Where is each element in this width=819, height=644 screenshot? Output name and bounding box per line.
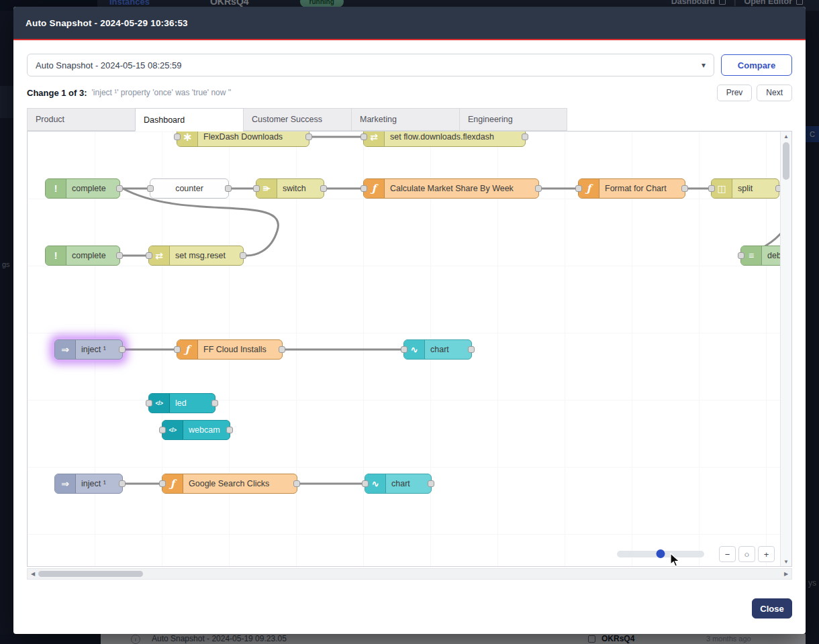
node-label: debug <box>762 246 780 265</box>
node-port-in <box>146 400 152 407</box>
node-port-out <box>468 346 475 353</box>
tab-bar: ProductDashboardCustomer SuccessMarketin… <box>27 108 792 131</box>
flow-node-format[interactable]: ƒFormat for Chart <box>578 178 685 199</box>
zoom-reset-button[interactable]: ○ <box>738 546 755 562</box>
tab-customer-success[interactable]: Customer Success <box>243 108 351 131</box>
modal-title: Auto Snapshot - 2024-05-29 10:36:53 <box>26 18 188 28</box>
node-label: inject ¹ <box>76 340 122 359</box>
zoom-in-button[interactable]: + <box>758 546 775 562</box>
zoom-controls: − ○ + <box>617 546 775 562</box>
flow-node-led[interactable]: </>led <box>148 393 215 413</box>
next-change-button[interactable]: Next <box>757 85 792 101</box>
node-port-in <box>708 185 715 192</box>
node-label: Calculate Market Share By Week <box>385 179 538 198</box>
node-port-out <box>775 185 780 192</box>
node-label: split <box>732 179 779 198</box>
node-port-out <box>320 185 327 192</box>
vertical-scrollbar[interactable]: ▲ ▼ <box>780 131 791 566</box>
flow-node-inject2[interactable]: ⇒inject ¹ <box>54 474 123 494</box>
node-port-in <box>360 133 367 140</box>
node-label: chart <box>425 340 471 359</box>
node-port-in <box>575 185 582 192</box>
tab-engineering[interactable]: Engineering <box>459 108 567 131</box>
flow-node-google[interactable]: ƒGoogle Search Clicks <box>162 474 297 494</box>
node-port-out <box>116 252 123 259</box>
node-label: set msg.reset <box>170 246 243 265</box>
flow-node-calc[interactable]: ƒCalculate Market Share By Week <box>363 178 539 199</box>
flow-canvas[interactable]: − ○ + ∗FlexDash Downloads⇄set flow.downl… <box>28 131 780 566</box>
node-port-out <box>119 346 126 353</box>
flow-node-flexdash[interactable]: ∗FlexDash Downloads <box>177 131 309 147</box>
zoom-slider[interactable] <box>617 551 704 557</box>
horizontal-scrollbar[interactable]: ◀ ▶ <box>27 568 792 580</box>
complete-icon: ! <box>46 179 66 198</box>
node-port-in <box>159 427 166 433</box>
flow-node-ff-cloud[interactable]: ƒFF Cloud Installs <box>177 339 283 360</box>
complete-icon: ! <box>46 246 66 265</box>
flow-node-debug[interactable]: ≡debug <box>740 246 780 266</box>
snapshot-select[interactable]: Auto Snapshot - 2024-05-15 08:25:59 ▾ <box>27 54 714 76</box>
node-port-in <box>738 252 744 259</box>
flow-node-chart1[interactable]: ∿chart <box>403 339 472 360</box>
horizontal-scrollbar-thumb[interactable] <box>38 571 143 577</box>
prev-change-button[interactable]: Prev <box>717 85 753 101</box>
node-port-out <box>293 480 300 487</box>
inject-icon: ⇒ <box>55 474 76 493</box>
node-port-out <box>535 185 542 192</box>
node-label: switch <box>277 179 324 198</box>
node-port-in <box>360 185 367 192</box>
node-label: Format for Chart <box>599 179 685 198</box>
tab-product[interactable]: Product <box>27 108 135 131</box>
node-port-in <box>174 346 181 353</box>
snapshot-select-value: Auto Snapshot - 2024-05-15 08:25:59 <box>36 60 182 70</box>
zoom-slider-thumb[interactable] <box>657 549 665 558</box>
node-port-in <box>253 185 260 192</box>
modal-body: Auto Snapshot - 2024-05-15 08:25:59 ▾ Co… <box>13 40 806 634</box>
node-port-out <box>225 185 232 192</box>
inject-icon: ⇒ <box>55 340 76 359</box>
flow-node-set-flexdash[interactable]: ⇄set flow.downloads.flexdash <box>363 131 526 147</box>
node-label: set flow.downloads.flexdash <box>385 131 525 146</box>
node-port-out <box>428 480 434 487</box>
flow-node-counter[interactable]: counter <box>150 178 229 199</box>
node-port-out <box>116 185 123 192</box>
change-detail-text: 'inject ¹' property 'once' was 'true' no… <box>92 88 232 97</box>
node-port-out <box>305 133 312 140</box>
chevron-down-icon: ▾ <box>702 60 706 70</box>
flow-node-split[interactable]: ◫split <box>711 178 779 199</box>
node-port-in <box>159 480 166 487</box>
snapshot-compare-modal: Auto Snapshot - 2024-05-29 10:36:53 Auto… <box>13 7 806 634</box>
node-port-in <box>362 480 369 487</box>
node-port-out <box>240 252 246 259</box>
scroll-down-icon[interactable]: ▼ <box>781 557 791 566</box>
vertical-scrollbar-thumb[interactable] <box>783 142 789 180</box>
node-label: complete <box>66 246 119 265</box>
node-port-out <box>226 427 233 433</box>
node-label: complete <box>66 179 119 198</box>
node-port-in <box>146 252 152 259</box>
scroll-up-icon[interactable]: ▲ <box>781 131 791 141</box>
tab-dashboard[interactable]: Dashboard <box>135 108 243 131</box>
flow-node-webcam[interactable]: </>webcam <box>162 420 230 440</box>
node-label: counter <box>150 179 228 198</box>
flow-node-switch[interactable]: ⋔switch <box>256 178 324 199</box>
flow-node-complete2[interactable]: !complete <box>45 246 120 266</box>
node-port-out <box>279 346 285 353</box>
node-label: webcam <box>183 421 230 439</box>
node-port-out <box>211 400 218 407</box>
flow-node-complete1[interactable]: !complete <box>45 178 120 199</box>
tab-marketing[interactable]: Marketing <box>351 108 459 131</box>
zoom-out-button[interactable]: − <box>719 546 736 562</box>
scroll-right-icon[interactable]: ▶ <box>781 571 791 577</box>
node-label: Google Search Clicks <box>183 474 297 493</box>
flow-node-inject1[interactable]: ⇒inject ¹ <box>54 339 123 360</box>
node-port-in <box>401 346 407 353</box>
close-button[interactable]: Close <box>752 598 792 619</box>
flow-node-set-reset[interactable]: ⇄set msg.reset <box>148 246 244 266</box>
node-label: inject ¹ <box>76 474 122 493</box>
node-port-in <box>174 133 181 140</box>
flow-node-chart2[interactable]: ∿chart <box>365 474 432 494</box>
flow-diff-viewer: − ○ + ∗FlexDash Downloads⇄set flow.downl… <box>27 131 792 567</box>
compare-button[interactable]: Compare <box>721 54 792 76</box>
scroll-left-icon[interactable]: ◀ <box>28 571 38 577</box>
